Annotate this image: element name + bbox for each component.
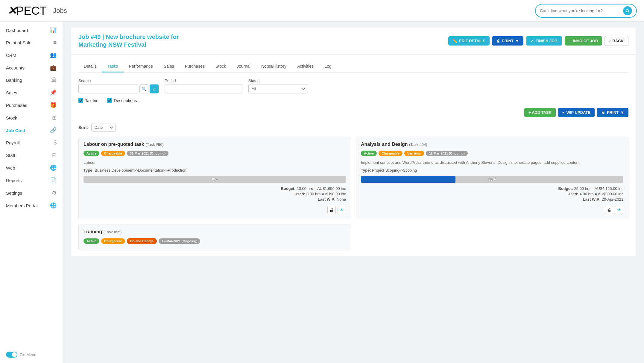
reports-icon: 📄 <box>50 177 57 184</box>
sidebar-item-reports[interactable]: Reports 📄 <box>0 174 63 187</box>
task-card-0: Labour on pre-quoted task (Task #96) Act… <box>78 137 351 219</box>
tasks-print-icon: 🖨 <box>601 110 605 115</box>
search-label: Search <box>78 78 159 83</box>
add-task-label: + ADD TASK <box>528 110 552 115</box>
task-details-0: Budget:10.00 hrs = AU$1,650.00 inc Used:… <box>83 186 346 202</box>
sidebar-label: Sales <box>6 90 17 95</box>
sidebar-label: Stock <box>6 115 17 120</box>
sidebar-item-members-portal[interactable]: Members Portal 🌐 <box>0 199 63 212</box>
crm-icon: 👥 <box>50 52 57 58</box>
action-row: + ADD TASK ≡ WIP UPDATE 🖨 PRINT ▼ <box>78 108 628 117</box>
tax-inc-checkbox[interactable] <box>78 98 83 103</box>
descriptions-checkbox[interactable] <box>107 98 112 103</box>
badge-chargeable-1: Chargeable <box>379 151 402 156</box>
wip-label: WIP UPDATE <box>566 110 590 115</box>
staff-icon: ⊟ <box>52 152 57 158</box>
sidebar-item-stock[interactable]: Stock ⊞ <box>0 111 63 124</box>
sidebar-item-crm[interactable]: CRM 👥 <box>0 49 63 61</box>
sidebar-label: Settings <box>6 190 22 196</box>
finish-job-button[interactable]: ✓ FINISH JOB <box>526 36 562 46</box>
payroll-icon: $ <box>54 140 57 146</box>
dashboard-icon: 📊 <box>50 27 57 34</box>
badge-chargeable-0: Chargeable <box>101 151 125 156</box>
tab-details[interactable]: Details <box>78 61 102 72</box>
progress-label-1: 36% <box>488 177 496 182</box>
task-badges-0: Active Chargeable 31-Mar-2021 (Ongoing) <box>83 151 346 156</box>
pin-menu-toggle[interactable] <box>6 352 17 358</box>
tab-notes-history[interactable]: Notes/History <box>256 61 292 72</box>
descriptions-checkbox-label[interactable]: Descriptions <box>107 98 137 103</box>
badge-date-2: 12-Mar-2021 (Ongoing) <box>159 238 200 244</box>
header-actions: ✏️ EDIT DETAILS 🖨 PRINT ▼ ✓ FINISH JOB +… <box>448 36 628 46</box>
descriptions-label: Descriptions <box>114 98 137 103</box>
edit-icon: ✏️ <box>452 39 457 43</box>
page-title-line2: Marketing NSW Festival <box>78 41 179 49</box>
tab-performance[interactable]: Performance <box>124 61 158 72</box>
tasks-print-button[interactable]: 🖨 PRINT ▼ <box>597 108 628 117</box>
jobcost-icon: 🔗 <box>50 127 57 134</box>
tabs: Details Tasks Performance Sales Purchase… <box>78 61 628 72</box>
sidebar-item-point-of-sale[interactable]: Point of Sale ≡ <box>0 37 63 49</box>
tab-activities[interactable]: Activities <box>292 61 319 72</box>
finish-icon: ✓ <box>531 39 534 43</box>
task-print-button-1[interactable]: 🖨 <box>605 206 613 214</box>
task-filter-button[interactable]: ⊿ <box>150 84 159 93</box>
tab-log[interactable]: Log <box>319 61 337 72</box>
status-select[interactable]: All Active Inactive Complete <box>248 84 308 93</box>
sidebar-item-sales[interactable]: Sales 📌 <box>0 86 63 99</box>
tasks-panel: Details Tasks Performance Sales Purchase… <box>71 55 636 256</box>
sidebar-item-job-cost[interactable]: Job Cost 🔗 <box>0 124 63 137</box>
sidebar-item-web[interactable]: Web 🌐 <box>0 161 63 174</box>
task-search-button[interactable]: 🔍 <box>139 84 148 93</box>
sort-label: Sort: <box>78 125 88 130</box>
web-icon: 🌐 <box>50 164 57 171</box>
tab-purchases[interactable]: Purchases <box>180 61 210 72</box>
search-filter-wrap: 🔍 ⊿ <box>78 84 159 93</box>
sort-select[interactable]: Date Name Status Budget <box>91 123 116 132</box>
progress-bar-1: 36% <box>361 176 623 183</box>
job-title: Job #49 | New brochure website for Marke… <box>78 33 179 49</box>
pos-icon: ≡ <box>53 40 57 46</box>
back-button[interactable]: ‹ BACK <box>604 36 628 46</box>
add-task-button[interactable]: + ADD TASK <box>524 108 556 117</box>
sidebar-item-settings[interactable]: Settings ⚙ <box>0 187 63 199</box>
search-button[interactable] <box>623 6 632 15</box>
back-icon: ‹ <box>609 39 610 43</box>
task-title-1: Analysis and Design <box>361 142 409 147</box>
tax-inc-checkbox-label[interactable]: Tax Inc <box>78 98 98 103</box>
sidebar-item-dashboard[interactable]: Dashboard 📊 <box>0 24 63 37</box>
sidebar-label: Accounts <box>6 65 25 70</box>
period-input[interactable] <box>165 84 242 93</box>
sidebar-item-accounts[interactable]: Accounts 💼 <box>0 61 63 74</box>
task-print-button-0[interactable]: 🖨 <box>327 206 336 214</box>
edit-details-button[interactable]: ✏️ EDIT DETAILS <box>448 36 490 46</box>
main-content: Job #49 | New brochure website for Marke… <box>63 22 644 363</box>
invoice-job-button[interactable]: + INVOICE JOB <box>565 36 602 46</box>
tax-inc-label: Tax Inc <box>85 98 98 103</box>
members-icon: 🌐 <box>50 202 57 209</box>
sidebar-item-payroll[interactable]: Payroll $ <box>0 137 63 149</box>
sidebar-label: Job Cost <box>6 128 25 133</box>
progress-label-0: 0% <box>212 177 217 182</box>
tab-sales[interactable]: Sales <box>158 61 180 72</box>
print-button[interactable]: 🖨 PRINT ▼ <box>492 36 523 46</box>
print-icon: 🖨 <box>496 39 500 43</box>
task-id-1: (Task #94) <box>409 142 427 147</box>
wip-update-button[interactable]: ≡ WIP UPDATE <box>558 108 595 117</box>
sidebar-item-banking[interactable]: Banking 🏛 <box>0 74 63 86</box>
task-search-input[interactable] <box>78 84 138 93</box>
task-view-button-0[interactable]: 👁 <box>338 206 346 214</box>
search-filter-group: Search 🔍 ⊿ <box>78 78 159 93</box>
task-card-1: Analysis and Design (Task #94) Active Ch… <box>356 137 628 219</box>
sidebar-label: Payroll <box>6 140 20 145</box>
task-card-2: Training (Task #95) Active Chargeable Do… <box>78 224 351 250</box>
status-label: Status <box>248 78 308 83</box>
task-view-button-1[interactable]: 👁 <box>615 206 623 214</box>
period-label: Period <box>165 78 242 83</box>
tab-journal[interactable]: Journal <box>231 61 256 72</box>
sidebar-item-staff[interactable]: Staff ⊟ <box>0 149 63 161</box>
tab-stock[interactable]: Stock <box>210 61 231 72</box>
tab-tasks[interactable]: Tasks <box>102 61 124 72</box>
search-input[interactable] <box>540 8 621 13</box>
sidebar-item-purchases[interactable]: Purchases 🎁 <box>0 99 63 111</box>
